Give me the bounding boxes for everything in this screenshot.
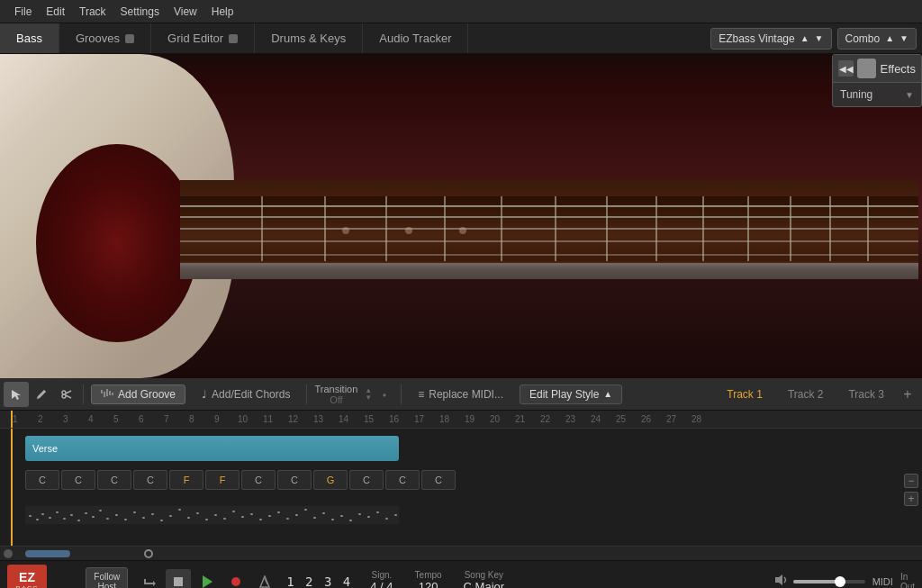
transition-extra-button[interactable]: ⬥ bbox=[372, 382, 397, 407]
chord-cell-c6[interactable]: C bbox=[277, 470, 312, 490]
midi-dot-21 bbox=[187, 517, 190, 519]
midi-dot-2 bbox=[36, 519, 39, 520]
effects-back-button[interactable]: ◀◀ bbox=[838, 60, 854, 77]
edit-play-style-label: Edit Play Style bbox=[529, 388, 599, 401]
chord-cell-c1[interactable]: C bbox=[25, 470, 59, 490]
midi-dot-30 bbox=[268, 515, 271, 517]
chord-cell-c2[interactable]: C bbox=[61, 470, 95, 490]
midi-dot-11 bbox=[99, 510, 102, 511]
chord-cell-c3[interactable]: C bbox=[97, 470, 131, 490]
midi-button[interactable]: MIDI bbox=[872, 576, 893, 587]
toolbar-divider-3 bbox=[401, 384, 402, 404]
pencil-tool-button[interactable] bbox=[29, 382, 54, 407]
ruler-mark-22: 22 bbox=[540, 414, 550, 424]
midi-dot-27 bbox=[241, 516, 244, 518]
mute-button[interactable] bbox=[773, 573, 788, 588]
tempo-value: 120 bbox=[419, 580, 438, 589]
add-groove-button[interactable]: Add Groove bbox=[91, 384, 185, 404]
midi-dot-39 bbox=[349, 520, 352, 521]
seq-toolbar: Add Groove ♩ Add/Edit Chords Transition … bbox=[0, 378, 922, 411]
chord-cell-c7[interactable]: C bbox=[349, 470, 384, 490]
chord-cell-c8[interactable]: C bbox=[385, 470, 420, 490]
tab-drums-keys[interactable]: Drums & Keys bbox=[255, 23, 363, 53]
chord-cell-g[interactable]: G bbox=[313, 470, 348, 490]
track-tabs-area: Track 1 Track 2 Track 3 + bbox=[714, 384, 918, 405]
volume-knob[interactable] bbox=[835, 576, 845, 587]
midi-dot-41 bbox=[367, 516, 370, 518]
toolbar-divider-1 bbox=[83, 384, 84, 404]
track-tab-3[interactable]: Track 3 bbox=[836, 384, 897, 404]
menu-view[interactable]: View bbox=[167, 0, 204, 23]
pencil-icon bbox=[35, 388, 48, 401]
seq-scrollbar bbox=[0, 546, 922, 560]
menu-help[interactable]: Help bbox=[204, 0, 241, 23]
midi-out-label[interactable]: Out bbox=[900, 582, 915, 589]
chord-icon: ♩ bbox=[202, 388, 207, 401]
verse-block[interactable]: Verse bbox=[25, 436, 399, 461]
playhead-lane bbox=[11, 429, 13, 546]
chord-cell-f2[interactable]: F bbox=[205, 470, 240, 490]
track-tab-1[interactable]: Track 1 bbox=[714, 384, 775, 404]
metronome-button[interactable] bbox=[252, 569, 277, 589]
menu-settings[interactable]: Settings bbox=[113, 0, 167, 23]
chord-cell-c9[interactable]: C bbox=[421, 470, 456, 490]
play-style-up-icon: ▲ bbox=[603, 389, 612, 399]
menu-track[interactable]: Track bbox=[72, 0, 113, 23]
guitar-fret-3 bbox=[385, 196, 387, 261]
guitar-string-4 bbox=[180, 240, 918, 242]
io-group: In Out bbox=[900, 572, 915, 589]
loop-button[interactable] bbox=[137, 569, 162, 589]
follow-host-button[interactable]: Follow Host bbox=[86, 567, 128, 589]
preset-area: EZbass Vintage ▲ ▼ Combo ▲ ▼ bbox=[710, 23, 922, 53]
scissors-tool-button[interactable] bbox=[54, 382, 79, 407]
add-track-button[interactable]: + bbox=[897, 384, 918, 405]
ruler-mark-25: 25 bbox=[616, 414, 626, 424]
lane-expand-button[interactable]: − bbox=[904, 474, 918, 488]
svg-rect-7 bbox=[109, 391, 111, 395]
midi-dot-44 bbox=[394, 514, 397, 516]
sign-group: Sign. 4 / 4 bbox=[370, 570, 393, 589]
guitar-fret-9 bbox=[702, 196, 704, 261]
transition-down-arrow[interactable]: ▼ bbox=[365, 394, 372, 402]
svg-rect-5 bbox=[104, 392, 105, 397]
grid-editor-tab-icon bbox=[229, 34, 238, 43]
menu-file[interactable]: File bbox=[7, 0, 39, 23]
ruler-mark-5: 5 bbox=[113, 414, 119, 424]
ruler-mark-3: 3 bbox=[63, 414, 68, 424]
midi-dot-42 bbox=[376, 511, 379, 513]
svg-point-11 bbox=[231, 577, 240, 586]
chord-cell-c4[interactable]: C bbox=[133, 470, 167, 490]
lane-collapse-button[interactable]: + bbox=[904, 492, 918, 506]
stop-button[interactable] bbox=[166, 569, 191, 589]
scroll-position-indicator[interactable] bbox=[144, 549, 153, 558]
volume-group bbox=[773, 573, 865, 588]
fret-dot-1 bbox=[342, 227, 349, 234]
svg-line-3 bbox=[66, 395, 71, 398]
scroll-left-button[interactable] bbox=[4, 549, 13, 558]
volume-slider[interactable] bbox=[793, 580, 865, 583]
chord-cell-f1[interactable]: F bbox=[169, 470, 203, 490]
play-button[interactable] bbox=[194, 569, 220, 589]
edit-play-style-button[interactable]: Edit Play Style ▲ bbox=[520, 384, 622, 404]
preset-selector[interactable]: EZbass Vintage ▲ ▼ bbox=[710, 28, 831, 50]
select-tool-button[interactable] bbox=[4, 382, 29, 407]
tab-grooves[interactable]: Grooves bbox=[59, 23, 151, 53]
track-tab-2[interactable]: Track 2 bbox=[775, 384, 836, 404]
seq-lanes[interactable]: Verse C C C C F F C C G C C C bbox=[0, 429, 922, 546]
midi-dot-1 bbox=[29, 515, 32, 517]
combo-selector[interactable]: Combo ▲ ▼ bbox=[837, 28, 917, 50]
midi-dot-26 bbox=[232, 511, 235, 512]
midi-dot-35 bbox=[313, 517, 316, 519]
tuning-row[interactable]: Tuning ▼ bbox=[833, 83, 921, 106]
tab-grid-editor[interactable]: Grid Editor bbox=[151, 23, 255, 53]
scroll-thumb[interactable] bbox=[25, 550, 70, 557]
tab-bass[interactable]: Bass bbox=[0, 23, 59, 53]
menu-edit[interactable]: Edit bbox=[39, 0, 72, 23]
midi-in-label[interactable]: In bbox=[900, 572, 915, 582]
replace-midi-button[interactable]: ≡ Replace MIDI... bbox=[409, 385, 512, 403]
tab-audio-tracker[interactable]: Audio Tracker bbox=[363, 23, 468, 53]
record-button[interactable] bbox=[223, 569, 249, 589]
chord-cell-c5[interactable]: C bbox=[241, 470, 276, 490]
add-edit-chords-button[interactable]: ♩ Add/Edit Chords bbox=[193, 385, 299, 403]
effects-header: ◀◀ Effects bbox=[833, 55, 921, 83]
